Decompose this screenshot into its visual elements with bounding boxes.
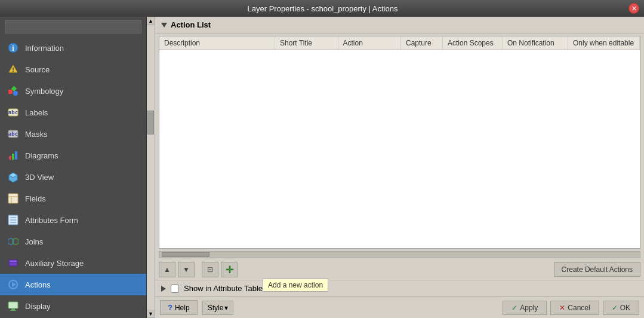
- cancel-button[interactable]: ✕ Cancel: [550, 301, 599, 315]
- sidebar-item-label-symbology: Symbology: [25, 87, 63, 96]
- show-in-attribute-table-label: Show in Attribute Table: [184, 284, 263, 293]
- scroll-up-arrow[interactable]: ▲: [147, 17, 155, 25]
- window-title: Layer Properties - school_property | Act…: [17, 4, 628, 13]
- sidebar-item-label-masks: Masks: [25, 130, 48, 139]
- sidebar-item-3dview[interactable]: 3D View: [0, 166, 146, 188]
- actions-icon: [7, 279, 19, 291]
- collapse-icon[interactable]: [161, 23, 167, 27]
- sidebar-item-symbology[interactable]: Symbology: [0, 80, 146, 102]
- action-list-title: Action List: [171, 20, 211, 29]
- plus-icon: ✛: [226, 264, 233, 276]
- style-button[interactable]: Style ▾: [202, 301, 234, 315]
- sidebar-item-label-display: Display: [25, 302, 51, 311]
- horizontal-scrollbar[interactable]: [159, 249, 640, 259]
- title-bar: Layer Properties - school_property | Act…: [0, 0, 644, 17]
- svg-point-4: [13, 71, 14, 72]
- apply-button[interactable]: ✓ Apply: [503, 301, 547, 315]
- sidebar-item-information[interactable]: i Information: [0, 37, 146, 59]
- close-button[interactable]: ✕: [628, 3, 639, 14]
- sidebar-item-label-auxiliary-storage: Auxiliary Storage: [25, 259, 84, 268]
- move-up-button[interactable]: ▲: [159, 262, 175, 277]
- scroll-thumb: [147, 111, 154, 134]
- svg-rect-31: [11, 308, 15, 310]
- sidebar-item-label-source: Source: [25, 65, 50, 74]
- sidebar-item-label-joins: Joins: [25, 237, 43, 246]
- joins-icon: [7, 236, 19, 247]
- sidebar-item-source[interactable]: Source: [0, 59, 146, 80]
- svg-rect-30: [8, 302, 18, 308]
- col-header-short-title: Short Title: [275, 36, 338, 50]
- sidebar-item-attributes-form[interactable]: Attributes Form: [0, 209, 146, 231]
- source-icon: [7, 63, 19, 75]
- sidebar-item-label-labels: Labels: [25, 108, 48, 117]
- symbology-icon: [7, 85, 19, 97]
- scroll-down-arrow[interactable]: ▼: [147, 310, 155, 318]
- svg-rect-12: [9, 156, 11, 160]
- col-header-editable: Only when editable: [568, 36, 640, 50]
- fields-icon: [7, 192, 19, 204]
- sidebar-item-label-fields: Fields: [25, 194, 46, 203]
- table-header: Description Short Title Action Capture A…: [159, 36, 640, 50]
- help-button[interactable]: ? Help: [160, 300, 198, 315]
- cancel-x-icon: ✕: [559, 304, 565, 312]
- bottom-right: ✓ Apply ✕ Cancel ✓ OK: [503, 301, 639, 315]
- remove-action-button[interactable]: ⊟: [202, 262, 218, 277]
- sidebar-item-label-3dview: 3D View: [25, 173, 54, 182]
- sidebar-item-label-actions: Actions: [25, 280, 51, 289]
- action-table: Description Short Title Action Capture A…: [159, 36, 640, 249]
- svg-point-7: [13, 91, 18, 96]
- sidebar-item-label-attributes-form: Attributes Form: [25, 216, 78, 225]
- sidebar-item-label-information: Information: [25, 44, 64, 53]
- col-header-scopes: Action Scopes: [443, 36, 503, 50]
- sidebar-item-label-diagrams: Diagrams: [25, 151, 58, 160]
- table-body: [159, 50, 640, 248]
- sidebar-item-actions[interactable]: Actions: [0, 274, 146, 295]
- labels-icon: abc: [7, 106, 19, 118]
- diagrams-icon: [7, 149, 19, 161]
- attributes-icon: [7, 214, 19, 226]
- toolbar-row: ▲ ▼ ⊟ ✛ Add a new action Create Default …: [155, 259, 644, 280]
- sidebar-item-masks[interactable]: abc Masks: [0, 123, 146, 145]
- action-list-header: Action List: [155, 17, 644, 33]
- masks-icon: abc: [7, 128, 19, 140]
- ok-checkmark-icon: ✓: [612, 304, 618, 312]
- svg-rect-27: [9, 260, 17, 262]
- help-icon: ?: [168, 303, 172, 312]
- svg-rect-32: [10, 310, 16, 311]
- h-scroll-thumb[interactable]: [162, 252, 209, 257]
- sidebar-item-joins[interactable]: Joins: [0, 231, 146, 252]
- expand-icon[interactable]: [161, 286, 166, 292]
- show-in-attribute-table-row: Show in Attribute Table: [155, 280, 644, 296]
- col-header-notification: On Notification: [503, 36, 568, 50]
- h-scroll-track[interactable]: [159, 251, 640, 258]
- svg-marker-29: [12, 282, 16, 287]
- sidebar-item-diagrams[interactable]: Diagrams: [0, 145, 146, 166]
- sidebar-scrollbar[interactable]: ▲ ▼: [147, 17, 155, 318]
- svg-rect-14: [15, 151, 17, 160]
- bottom-left: ? Help Style ▾: [160, 300, 233, 315]
- create-default-actions-button[interactable]: Create Default Actions: [554, 262, 640, 277]
- minus-icon: ⊟: [207, 265, 213, 274]
- show-in-attribute-table-checkbox[interactable]: [171, 285, 179, 293]
- display-icon: [7, 300, 19, 312]
- style-dropdown-icon: ▾: [224, 304, 228, 312]
- apply-checkmark-icon: ✓: [511, 304, 517, 312]
- sidebar-item-labels[interactable]: abc Labels: [0, 102, 146, 123]
- col-header-action: Action: [338, 36, 402, 50]
- sidebar-item-fields[interactable]: Fields: [0, 188, 146, 209]
- scroll-track: [147, 25, 155, 310]
- sidebar: i Information Source Symbology abc Label…: [0, 17, 147, 318]
- search-box: [0, 17, 146, 37]
- sidebar-item-display[interactable]: Display: [0, 295, 146, 317]
- add-action-button[interactable]: ✛: [221, 262, 238, 277]
- info-icon: i: [7, 42, 19, 54]
- search-input[interactable]: [5, 20, 141, 33]
- sidebar-item-auxiliary-storage[interactable]: Auxiliary Storage: [0, 252, 146, 274]
- svg-rect-17: [8, 194, 18, 203]
- svg-rect-5: [8, 90, 13, 94]
- svg-rect-13: [12, 154, 14, 160]
- 3dview-icon: [7, 171, 19, 183]
- move-down-button[interactable]: ▼: [178, 262, 195, 277]
- ok-button[interactable]: ✓ OK: [603, 301, 639, 315]
- col-header-description: Description: [159, 36, 275, 50]
